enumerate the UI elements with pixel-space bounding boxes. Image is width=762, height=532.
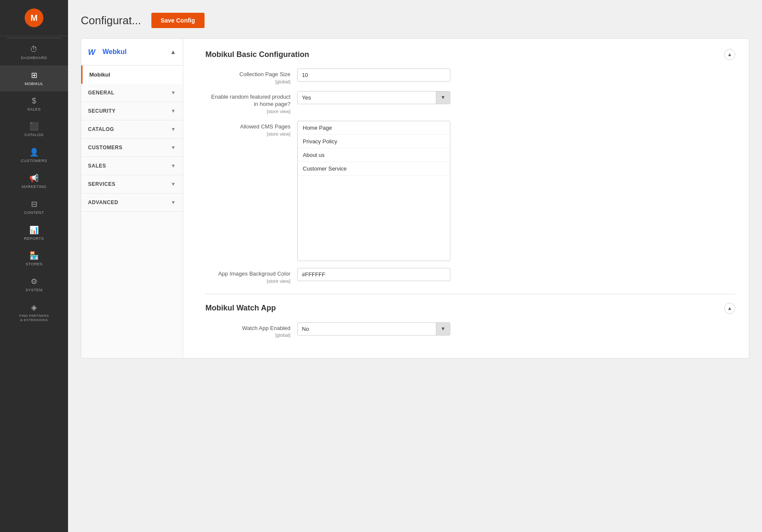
enable-random-featured-select[interactable]: Yes No	[298, 91, 436, 104]
sidebar-item-label: FIND PARTNERS& EXTENSIONS	[19, 314, 49, 322]
watch-app-section: Mobikul Watch App ▲ Watch App Enabled [g…	[205, 303, 735, 338]
accordion-customers-label: CUSTOMERS	[88, 145, 122, 151]
section1-title: Mobikul Basic Configuration	[205, 50, 309, 59]
sidebar-item-customers[interactable]: 👤 CUSTOMERS	[0, 142, 68, 168]
catalog-icon: ⬛	[29, 122, 39, 131]
sidebar-item-marketing[interactable]: 📢 MARKETING	[0, 168, 68, 194]
system-icon: ⚙	[31, 277, 37, 286]
select-arrow-button[interactable]: ▼	[436, 91, 450, 104]
chevron-down-icon: ▼	[171, 181, 176, 187]
dashboard-icon: ⏱	[30, 45, 38, 54]
collection-page-size-label: Collection Page Size	[205, 71, 290, 78]
section1-header: Mobikul Basic Configuration ▲	[205, 49, 735, 60]
collection-page-size-label-group: Collection Page Size [global]	[205, 68, 290, 84]
marketing-icon: 📢	[29, 174, 39, 183]
bg-color-label: App Images Backgroud Color	[205, 270, 290, 278]
chevron-down-icon: ▼	[171, 90, 176, 96]
bg-color-input[interactable]	[297, 268, 450, 281]
sidebar-item-label: DASHBOARD	[21, 56, 47, 60]
cms-option-privacy[interactable]: Privacy Policy	[298, 135, 450, 148]
allowed-cms-pages-row: Allowed CMS Pages [store view] Home Page…	[205, 121, 735, 261]
page-header: Configurat... Save Config	[81, 13, 749, 28]
webkul-header: W Webkul ▲	[81, 39, 183, 65]
sidebar-item-mobikul[interactable]: ⊞ MOBIKUL	[0, 65, 68, 91]
accordion-catalog-label: CATALOG	[88, 126, 114, 132]
chevron-down-icon: ▼	[171, 126, 176, 132]
cms-option-homepage[interactable]: Home Page	[298, 121, 450, 135]
watch-app-select-arrow-button[interactable]: ▼	[436, 323, 450, 335]
sidebar-item-label: REPORTS	[24, 236, 44, 241]
accordion-catalog-header[interactable]: CATALOG ▼	[81, 120, 183, 138]
find-partners-icon: ◈	[31, 303, 37, 312]
sales-icon: $	[32, 97, 36, 105]
webkul-w-icon: W	[88, 46, 100, 57]
section2-collapse-button[interactable]: ▲	[724, 303, 735, 314]
accordion-security-header[interactable]: SECURITY ▼	[81, 102, 183, 120]
sidebar-item-dashboard[interactable]: ⏱ DASHBOARD	[0, 40, 68, 65]
accordion-advanced-label: ADVANCED	[88, 199, 118, 205]
enable-random-featured-select-wrapper: Yes No ▼	[297, 91, 450, 104]
sidebar-item-label: SYSTEM	[26, 288, 43, 293]
right-panel: Mobikul Basic Configuration ▲ Collection…	[192, 39, 749, 358]
left-panel: W Webkul ▲ Mobikul GENERAL ▼ SECURITY ▼	[81, 39, 183, 358]
cms-option-about[interactable]: About us	[298, 148, 450, 162]
sidebar-item-label: CONTENT	[24, 211, 44, 215]
accordion-services-label: SERVICES	[88, 181, 115, 187]
cms-option-customer-service[interactable]: Customer Service	[298, 162, 450, 176]
sidebar-item-sales[interactable]: $ SALES	[0, 91, 68, 117]
watch-app-enabled-label-group: Watch App Enabled [global]	[205, 322, 290, 338]
sidebar-item-reports[interactable]: 📊 REPORTS	[0, 220, 68, 246]
stores-icon: 🏪	[29, 251, 39, 260]
page-title: Configurat...	[81, 14, 141, 27]
enable-random-featured-sublabel: [store view]	[205, 109, 290, 114]
reports-icon: 📊	[29, 225, 39, 235]
mobikul-icon: ⊞	[31, 71, 37, 80]
allowed-cms-pages-multiselect[interactable]: Home Page Privacy Policy About us Custom…	[297, 121, 450, 261]
accordion-general: GENERAL ▼	[81, 84, 183, 102]
allowed-cms-pages-sublabel: [store view]	[205, 131, 290, 137]
accordion-catalog: CATALOG ▼	[81, 120, 183, 139]
collection-page-size-sublabel: [global]	[205, 79, 290, 84]
sidebar-item-find-partners[interactable]: ◈ FIND PARTNERS& EXTENSIONS	[0, 298, 68, 327]
content-area: W Webkul ▲ Mobikul GENERAL ▼ SECURITY ▼	[81, 38, 749, 358]
watch-app-enabled-control: No Yes ▼	[297, 322, 450, 336]
accordion-security: SECURITY ▼	[81, 102, 183, 120]
sidebar-item-content[interactable]: ⊟ CONTENT	[0, 194, 68, 220]
sidebar-item-label: SALES	[27, 107, 41, 112]
sidebar-item-system[interactable]: ⚙ SYSTEM	[0, 272, 68, 298]
bg-color-control	[297, 268, 450, 281]
webkul-logo-text: Webkul	[102, 48, 127, 56]
content-icon: ⊟	[31, 199, 37, 209]
allowed-cms-pages-label: Allowed CMS Pages	[205, 123, 290, 131]
magento-logo: M	[25, 9, 43, 27]
save-config-button[interactable]: Save Config	[151, 13, 205, 28]
bg-color-label-group: App Images Backgroud Color [store view]	[205, 268, 290, 284]
bg-color-row: App Images Backgroud Color [store view]	[205, 268, 735, 284]
accordion-services-header[interactable]: SERVICES ▼	[81, 175, 183, 193]
collection-page-size-input[interactable]	[297, 68, 450, 82]
watch-app-enabled-label: Watch App Enabled	[205, 325, 290, 332]
section1-collapse-button[interactable]: ▲	[724, 49, 735, 60]
collection-page-size-row: Collection Page Size [global]	[205, 68, 735, 84]
customers-icon: 👤	[29, 148, 39, 157]
sidebar-item-catalog[interactable]: ⬛ CATALOG	[0, 117, 68, 142]
watch-app-enabled-select[interactable]: No Yes	[298, 323, 436, 335]
accordion-general-label: GENERAL	[88, 90, 114, 96]
accordion-general-header[interactable]: GENERAL ▼	[81, 84, 183, 102]
accordion-sales-header[interactable]: SALES ▼	[81, 157, 183, 175]
watch-app-enabled-sublabel: [global]	[205, 333, 290, 338]
chevron-up-icon[interactable]: ▲	[170, 48, 176, 55]
accordion-services: SERVICES ▼	[81, 175, 183, 193]
watch-app-enabled-row: Watch App Enabled [global] No Yes ▼	[205, 322, 735, 338]
main-area: Configurat... Save Config W Webkul ▲ Mob…	[68, 0, 762, 532]
sidebar-item-stores[interactable]: 🏪 STORES	[0, 246, 68, 272]
mobikul-nav-item[interactable]: Mobikul	[81, 65, 183, 84]
accordion-advanced-header[interactable]: ADVANCED ▼	[81, 193, 183, 211]
bg-color-sublabel: [store view]	[205, 279, 290, 284]
chevron-down-icon: ▼	[171, 163, 176, 169]
sidebar-item-label: STORES	[26, 262, 43, 267]
accordion-sales-label: SALES	[88, 163, 106, 169]
webkul-logo: W Webkul	[88, 46, 127, 57]
section2-title: Mobikul Watch App	[205, 304, 276, 313]
accordion-customers-header[interactable]: CUSTOMERS ▼	[81, 139, 183, 156]
